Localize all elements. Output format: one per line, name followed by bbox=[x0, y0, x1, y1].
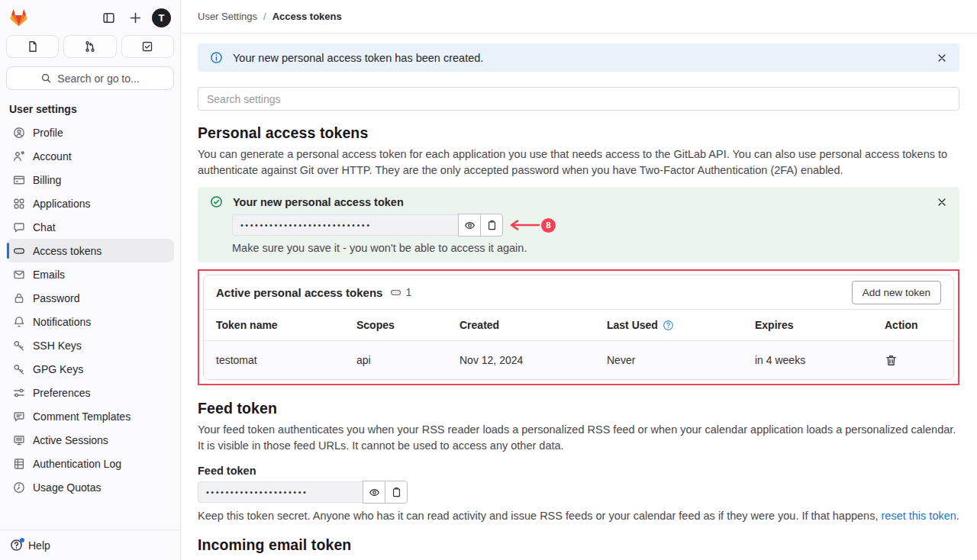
sidebar-item-label: Access tokens bbox=[33, 245, 102, 257]
help-notification-dot bbox=[20, 538, 24, 542]
column-action: Action bbox=[885, 319, 953, 331]
sidebar-nav: Profile Account Billing Applications Cha… bbox=[0, 121, 180, 499]
app-window: T Search or go to... User settings Profi… bbox=[0, 0, 977, 560]
revoke-token-button[interactable] bbox=[885, 354, 898, 367]
search-icon bbox=[40, 72, 52, 84]
feed-note-prefix: Keep this token secret. Anyone who has i… bbox=[198, 510, 882, 522]
sidebar-item-label: Password bbox=[33, 292, 79, 304]
sidebar-item-chat[interactable]: Chat bbox=[6, 215, 174, 239]
merge-requests-shortcut-button[interactable] bbox=[63, 35, 116, 58]
annotation-badge: 8 bbox=[541, 218, 556, 233]
copy-feed-token-button[interactable] bbox=[385, 481, 408, 504]
sidebar-item-label: Authentication Log bbox=[33, 458, 121, 470]
feed-token-masked-value: ••••••••••••••••••••• bbox=[198, 481, 363, 503]
sidebar-item-gpg-keys[interactable]: GPG Keys bbox=[6, 357, 174, 381]
search-or-go-to[interactable]: Search or go to... bbox=[6, 66, 174, 90]
sidebar-section-title: User settings bbox=[9, 103, 171, 115]
sidebar-item-profile[interactable]: Profile bbox=[6, 121, 174, 144]
merge-request-icon bbox=[84, 40, 96, 53]
question-help-icon[interactable] bbox=[663, 320, 674, 331]
active-item-indicator bbox=[7, 243, 9, 259]
column-token-name: Token name bbox=[216, 319, 356, 331]
feed-token-description: Your feed token authenticates you when y… bbox=[198, 422, 959, 454]
settings-content: Your new personal access token has been … bbox=[181, 34, 977, 554]
column-expires: Expires bbox=[755, 319, 885, 331]
sidebar-item-label: Applications bbox=[33, 198, 91, 210]
sidebar-item-account[interactable]: Account bbox=[6, 144, 174, 168]
sidebar-shortcuts bbox=[6, 35, 174, 58]
sidebar-item-ssh-keys[interactable]: SSH Keys bbox=[6, 333, 174, 357]
success-alert: Your new personal access token •••••••••… bbox=[198, 187, 959, 262]
breadcrumb: User Settings / Access tokens bbox=[181, 0, 977, 34]
help-label: Help bbox=[28, 539, 50, 552]
issues-icon bbox=[27, 40, 39, 53]
feed-token-label: Feed token bbox=[198, 465, 959, 477]
usage-quotas-icon bbox=[13, 481, 25, 494]
feed-note-suffix: . bbox=[956, 510, 959, 522]
notifications-icon bbox=[13, 316, 25, 328]
emails-icon bbox=[13, 269, 25, 281]
token-count: 1 bbox=[405, 286, 411, 298]
sidebar-item-label: Emails bbox=[33, 269, 65, 281]
sidebar-item-notifications[interactable]: Notifications bbox=[6, 310, 174, 333]
password-icon bbox=[13, 292, 25, 304]
close-icon[interactable] bbox=[937, 197, 947, 208]
sidebar-item-label: Usage Quotas bbox=[33, 481, 102, 494]
sidebar-item-billing[interactable]: Billing bbox=[6, 168, 174, 191]
help-button[interactable]: Help bbox=[0, 529, 180, 560]
column-created: Created bbox=[459, 319, 607, 331]
todo-icon bbox=[141, 40, 153, 53]
new-token-masked-value: ••••••••••••••••••••••••••• bbox=[232, 214, 458, 236]
sidebar-item-label: Account bbox=[33, 150, 72, 163]
info-alert: Your new personal access token has been … bbox=[198, 43, 959, 72]
user-avatar[interactable]: T bbox=[152, 8, 171, 27]
sidebar-toggle-icon[interactable] bbox=[98, 8, 118, 27]
add-new-token-button[interactable]: Add new token bbox=[852, 281, 941, 304]
copy-clipboard-icon bbox=[391, 487, 402, 498]
sidebar-item-authentication-log[interactable]: Authentication Log bbox=[6, 452, 174, 475]
sidebar-item-label: Comment Templates bbox=[33, 410, 131, 423]
success-alert-title: Your new personal access token bbox=[233, 196, 927, 208]
sidebar-item-comment-templates[interactable]: Comment Templates bbox=[6, 404, 174, 428]
new-token-field-row: ••••••••••••••••••••••••••• 8 bbox=[232, 214, 947, 237]
gitlab-logo-icon[interactable] bbox=[9, 8, 28, 27]
active-sessions-icon bbox=[13, 434, 25, 446]
copy-clipboard-icon bbox=[486, 220, 498, 231]
success-alert-note: Make sure you save it - you won't be abl… bbox=[232, 242, 947, 254]
access-tokens-icon bbox=[13, 245, 25, 257]
sidebar-item-active-sessions[interactable]: Active Sessions bbox=[6, 428, 174, 452]
sidebar-item-preferences[interactable]: Preferences bbox=[6, 381, 174, 404]
breadcrumb-parent[interactable]: User Settings bbox=[198, 11, 257, 22]
search-settings-input[interactable] bbox=[198, 87, 959, 111]
copy-token-button[interactable] bbox=[480, 214, 503, 237]
eye-icon bbox=[369, 487, 380, 498]
sidebar-item-label: Notifications bbox=[33, 316, 91, 328]
info-icon bbox=[210, 51, 223, 64]
issues-shortcut-button[interactable] bbox=[6, 35, 59, 58]
tokens-table-header: Token name Scopes Created Last Used Expi… bbox=[204, 309, 953, 341]
close-icon[interactable] bbox=[937, 53, 947, 63]
active-tokens-title: Active personal access tokens bbox=[216, 286, 382, 299]
reveal-feed-token-button[interactable] bbox=[363, 481, 385, 504]
feed-token-field-row: ••••••••••••••••••••• bbox=[198, 481, 959, 504]
chat-icon bbox=[13, 221, 25, 233]
sidebar-item-emails[interactable]: Emails bbox=[6, 262, 174, 286]
column-last-used: Last Used bbox=[607, 319, 658, 331]
sidebar-item-access-tokens[interactable]: Access tokens bbox=[6, 239, 174, 262]
preferences-icon bbox=[13, 387, 25, 399]
sidebar-item-label: SSH Keys bbox=[33, 340, 82, 352]
create-new-plus-icon[interactable] bbox=[125, 8, 145, 27]
column-scopes: Scopes bbox=[356, 319, 459, 331]
reveal-token-button[interactable] bbox=[458, 214, 481, 237]
todos-shortcut-button[interactable] bbox=[121, 35, 174, 58]
annotation-arrow-icon bbox=[508, 219, 540, 231]
trash-icon bbox=[885, 354, 898, 367]
ssh-keys-icon bbox=[13, 340, 25, 352]
sidebar-item-password[interactable]: Password bbox=[6, 286, 174, 310]
sidebar-item-usage-quotas[interactable]: Usage Quotas bbox=[6, 475, 174, 499]
created-cell: Nov 12, 2024 bbox=[459, 354, 607, 366]
sidebar-item-applications[interactable]: Applications bbox=[6, 191, 174, 215]
annotation-rectangle: Active personal access tokens 1 Add new … bbox=[198, 269, 959, 385]
billing-icon bbox=[13, 174, 25, 186]
reset-token-link[interactable]: reset this token bbox=[882, 510, 956, 522]
